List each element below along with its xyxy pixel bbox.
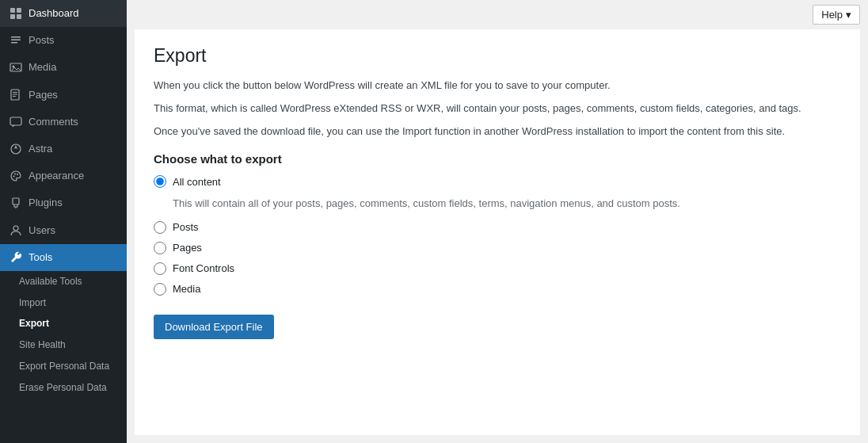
- svg-rect-12: [13, 96, 16, 97]
- svg-rect-10: [13, 92, 17, 93]
- svg-rect-0: [10, 8, 15, 13]
- pages-icon: [10, 89, 22, 101]
- svg-point-17: [17, 174, 18, 175]
- comments-icon: [10, 116, 22, 128]
- all-content-description: This will contain all of your posts, pag…: [173, 196, 841, 212]
- description-3: Once you've saved the download file, you…: [154, 124, 841, 140]
- radio-posts[interactable]: [154, 221, 166, 234]
- svg-rect-4: [11, 36, 21, 38]
- submenu-available-tools[interactable]: Available Tools: [0, 271, 127, 292]
- media-icon: [10, 61, 22, 74]
- sidebar-label-appearance: Appearance: [29, 169, 84, 183]
- radio-option-font-controls: Font Controls: [154, 262, 841, 275]
- download-export-button[interactable]: Download Export File: [154, 315, 274, 339]
- radio-label-posts[interactable]: Posts: [173, 221, 199, 233]
- sidebar-label-users: Users: [29, 223, 55, 238]
- main-area: Help ▾ Export When you click the button …: [127, 0, 868, 443]
- sidebar-item-astra[interactable]: Astra: [0, 136, 127, 162]
- sidebar-item-appearance[interactable]: Appearance: [0, 162, 127, 189]
- svg-rect-1: [17, 8, 21, 13]
- appearance-icon: [10, 170, 22, 182]
- submenu-export[interactable]: Export: [0, 313, 127, 334]
- tools-icon: [10, 251, 22, 264]
- sidebar-item-users[interactable]: Users: [0, 217, 127, 244]
- sidebar: Dashboard Posts Media: [0, 0, 127, 443]
- sidebar-label-dashboard: Dashboard: [29, 6, 79, 21]
- sidebar-label-tools: Tools: [29, 250, 52, 265]
- submenu-export-personal-data[interactable]: Export Personal Data: [0, 356, 127, 377]
- description-2: This format, which is called WordPress e…: [154, 101, 841, 117]
- svg-rect-6: [11, 42, 17, 44]
- radio-option-media: Media: [154, 283, 841, 296]
- page-title: Export: [154, 45, 841, 67]
- sidebar-label-pages: Pages: [29, 88, 58, 102]
- section-title: Choose what to export: [154, 152, 841, 166]
- radio-pages[interactable]: [154, 242, 166, 254]
- users-icon: [10, 224, 22, 237]
- chevron-down-icon: ▾: [846, 9, 851, 21]
- sidebar-item-dashboard[interactable]: Dashboard: [0, 0, 127, 27]
- astra-icon: [10, 143, 22, 155]
- sidebar-item-posts[interactable]: Posts: [0, 27, 127, 54]
- sidebar-item-pages[interactable]: Pages: [0, 82, 127, 109]
- radio-label-font-controls[interactable]: Font Controls: [173, 262, 234, 274]
- submenu-site-health[interactable]: Site Health: [0, 334, 127, 356]
- dashboard-icon: [10, 7, 22, 20]
- sidebar-item-plugins[interactable]: Plugins: [0, 189, 127, 216]
- topbar: Help ▾: [127, 0, 868, 29]
- radio-option-pages: Pages: [154, 242, 841, 254]
- sidebar-label-plugins: Plugins: [29, 196, 63, 210]
- description-1: When you click the button below WordPres…: [154, 78, 841, 94]
- radio-font-controls[interactable]: [154, 262, 166, 275]
- radio-label-media[interactable]: Media: [173, 283, 200, 295]
- submenu-import[interactable]: Import: [0, 292, 127, 314]
- sidebar-label-posts: Posts: [29, 33, 55, 48]
- sidebar-item-comments[interactable]: Comments: [0, 109, 127, 136]
- sidebar-label-media: Media: [29, 60, 56, 74]
- svg-point-15: [13, 176, 15, 178]
- svg-rect-5: [11, 40, 21, 41]
- sidebar-item-tools[interactable]: Tools: [0, 244, 127, 271]
- radio-all-content[interactable]: [154, 175, 166, 188]
- radio-label-all-content[interactable]: All content: [173, 176, 221, 188]
- svg-rect-11: [13, 94, 17, 94]
- svg-rect-13: [10, 117, 21, 125]
- radio-option-posts: Posts: [154, 221, 841, 234]
- help-button[interactable]: Help ▾: [813, 5, 860, 25]
- svg-point-16: [14, 174, 16, 175]
- sidebar-label-astra: Astra: [29, 142, 52, 156]
- svg-point-20: [13, 226, 18, 231]
- radio-media[interactable]: [154, 283, 166, 296]
- radio-label-pages[interactable]: Pages: [173, 242, 202, 254]
- svg-rect-18: [13, 198, 19, 204]
- content-area: Export When you click the button below W…: [135, 29, 860, 435]
- radio-option-all-content: All content: [154, 175, 841, 188]
- submenu-erase-personal-data[interactable]: Erase Personal Data: [0, 377, 127, 399]
- svg-rect-3: [17, 14, 21, 19]
- posts-icon: [10, 34, 22, 47]
- help-label: Help: [821, 9, 843, 21]
- sidebar-item-media[interactable]: Media: [0, 54, 127, 81]
- sidebar-label-comments: Comments: [29, 115, 78, 129]
- svg-rect-2: [10, 14, 15, 19]
- plugins-icon: [10, 197, 22, 209]
